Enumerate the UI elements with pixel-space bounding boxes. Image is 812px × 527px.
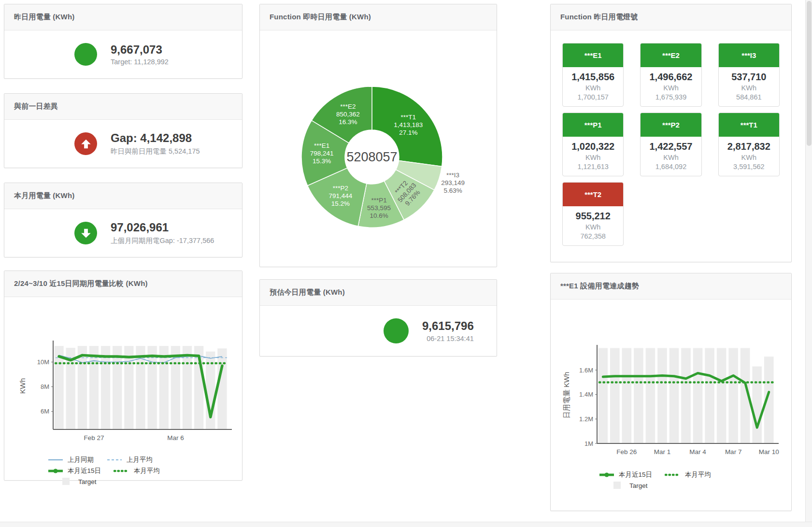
legend-swatch-thick-icon bbox=[47, 467, 64, 475]
target-bar bbox=[705, 348, 714, 443]
card-status-lights: Function 昨日用電燈號 ***E11,415,856KWh1,700,1… bbox=[550, 4, 792, 262]
tile-name-badge: ***P1 bbox=[563, 113, 623, 137]
status-tile-E2: ***E21,496,662KWh1,675,939 bbox=[640, 43, 701, 107]
tile-name-badge: ***I3 bbox=[719, 43, 779, 67]
green-status-circle-icon bbox=[74, 43, 97, 66]
vertical-scrollbar[interactable] bbox=[805, 0, 812, 527]
kpi-text: Gap: 4,142,898 昨日與前日用電量 5,524,175 bbox=[111, 131, 200, 156]
tile-body: 955,212KWh762,358 bbox=[563, 206, 623, 245]
target-bar bbox=[113, 346, 122, 429]
card-title: 2/24~3/10 近15日同期用電量比較 (KWh) bbox=[14, 279, 232, 288]
green-arrow-down-icon bbox=[74, 222, 97, 244]
tile-body: 2,817,832KWh3,591,562 bbox=[719, 137, 779, 176]
card-yesterday-usage: 昨日用電量 (KWh) 9,667,073 Target: 11,128,992 bbox=[4, 4, 242, 79]
tile-unit: KWh bbox=[721, 154, 777, 161]
legend-item-本月平均[interactable]: 本月平均 bbox=[665, 470, 711, 479]
legend-item-上月同期[interactable]: 上月同期 bbox=[47, 456, 94, 464]
tile-value: 1,496,662 bbox=[642, 71, 699, 83]
target-bar bbox=[670, 348, 679, 443]
tile-unit: KWh bbox=[721, 84, 777, 92]
legend-item-本月平均[interactable]: 本月平均 bbox=[114, 467, 160, 475]
legend-item-上月平均[interactable]: 上月平均 bbox=[106, 456, 153, 464]
status-tile-P1: ***P11,020,322KWh1,121,613 bbox=[562, 113, 624, 176]
legend-label: Target bbox=[78, 478, 97, 485]
tile-body: 1,020,322KWh1,121,613 bbox=[563, 137, 623, 176]
card-15day-comparison-chart: 2/24~3/10 近15日同期用電量比較 (KWh) 10M8M6MFeb 2… bbox=[4, 271, 242, 481]
y-tick-label: 1.6M bbox=[579, 367, 593, 374]
chart-area: 1.6M1.4M1.2M1MFeb 26Mar 1Mar 4Mar 7Mar 1… bbox=[551, 299, 791, 489]
y-tick-label: 10M bbox=[37, 358, 49, 366]
legend-swatch-square-icon bbox=[58, 478, 74, 485]
legend-label: 本月近15日 bbox=[68, 467, 101, 475]
tile-unit: KWh bbox=[642, 154, 699, 161]
legend-item-Target[interactable]: Target bbox=[58, 478, 97, 485]
horizontal-scrollbar[interactable] bbox=[0, 522, 812, 527]
tile-target: 3,591,562 bbox=[721, 163, 777, 171]
target-bar bbox=[610, 348, 620, 443]
card-header: 昨日用電量 (KWh) bbox=[4, 4, 242, 30]
legend-swatch-dots-icon bbox=[665, 471, 681, 479]
card-header: 與前一日差異 bbox=[4, 94, 242, 120]
tile-target: 1,675,939 bbox=[642, 93, 699, 101]
legend-item-本月近15日[interactable]: 本月近15日 bbox=[47, 467, 101, 475]
legend-swatch-dots-icon bbox=[114, 467, 130, 475]
tile-name-badge: ***E1 bbox=[563, 43, 623, 67]
kpi-value: 9,615,796 bbox=[422, 319, 474, 333]
kpi-text: 9,667,073 Target: 11,128,992 bbox=[111, 43, 169, 66]
legend-item-Target[interactable]: Target bbox=[609, 482, 648, 489]
legend-row: Target bbox=[609, 482, 789, 489]
legend-swatch-square-icon bbox=[609, 482, 626, 489]
target-bar bbox=[101, 346, 110, 429]
status-tile-T2: ***T2955,212KWh762,358 bbox=[562, 182, 624, 246]
green-status-circle-icon bbox=[384, 318, 409, 343]
tile-body: 537,710KWh584,861 bbox=[719, 67, 779, 106]
target-bar bbox=[717, 348, 727, 443]
legend-row: Target bbox=[58, 478, 239, 485]
card-title: 昨日用電量 (KWh) bbox=[14, 13, 232, 22]
legend-swatch-dash-icon bbox=[106, 456, 123, 464]
tile-unit: KWh bbox=[565, 84, 621, 92]
x-tick-label: Mar 6 bbox=[167, 434, 184, 442]
card-header: Function 昨日用電燈號 bbox=[551, 4, 791, 30]
target-bar bbox=[693, 348, 703, 443]
tile-name-badge: ***T1 bbox=[719, 113, 779, 137]
tile-name-badge: ***T2 bbox=[563, 183, 623, 206]
y-axis-label: 日用電量 KWh bbox=[562, 372, 570, 419]
card-header: ***E1 設備用電達成趨勢 bbox=[551, 273, 791, 299]
tile-name-badge: ***E2 bbox=[641, 43, 701, 67]
legend-item-本月近15日[interactable]: 本月近15日 bbox=[598, 470, 652, 479]
card-title: Function 即時日用電量 (KWh) bbox=[270, 13, 487, 22]
target-bar bbox=[657, 348, 667, 443]
tile-body: 1,415,856KWh1,700,157 bbox=[563, 67, 623, 106]
red-arrow-up-icon bbox=[74, 132, 97, 155]
kpi-target-label: Target: 11,128,992 bbox=[111, 58, 169, 66]
target-bar bbox=[681, 348, 691, 443]
realtime-usage-donut-chart: ***T11,413,18327.1%***I3293,1495.63%***T… bbox=[260, 30, 497, 262]
tile-body: 1,496,662KWh1,675,939 bbox=[641, 67, 701, 106]
tile-unit: KWh bbox=[565, 154, 621, 161]
tile-unit: KWh bbox=[565, 223, 621, 231]
card-header: 2/24~3/10 近15日同期用電量比較 (KWh) bbox=[4, 271, 242, 297]
legend-label: 上月平均 bbox=[127, 456, 153, 464]
target-bar bbox=[752, 367, 762, 443]
tile-target: 584,861 bbox=[721, 93, 777, 101]
target-bar bbox=[159, 346, 169, 429]
chart-area: 10M8M6MFeb 27Mar 6KWh 上月同期上月平均本月近15日本月平均… bbox=[4, 297, 242, 485]
kpi-body: 9,615,796 06-21 15:34:41 bbox=[260, 306, 497, 356]
card-title: 與前一日差異 bbox=[14, 102, 232, 111]
legend-row: 本月近15日本月平均 bbox=[598, 470, 789, 479]
y-tick-label: 1M bbox=[584, 440, 593, 447]
status-tile-I3: ***I3537,710KWh584,861 bbox=[718, 43, 780, 107]
middle-column: Function 即時日用電量 (KWh) ***T11,413,18327.1… bbox=[259, 4, 497, 523]
tile-target: 762,358 bbox=[565, 232, 621, 240]
card-header: Function 即時日用電量 (KWh) bbox=[260, 4, 497, 30]
scrollbar-thumb[interactable] bbox=[807, 1, 812, 146]
target-bar bbox=[598, 348, 608, 443]
target-bar bbox=[89, 346, 99, 429]
legend-label: 本月平均 bbox=[134, 467, 160, 475]
y-tick-label: 1.4M bbox=[579, 391, 593, 398]
tile-value: 2,817,832 bbox=[721, 141, 777, 152]
chart-legend: 上月同期上月平均本月近15日本月平均Target bbox=[47, 456, 239, 485]
tile-value: 955,212 bbox=[565, 211, 621, 222]
target-bar bbox=[171, 346, 180, 429]
